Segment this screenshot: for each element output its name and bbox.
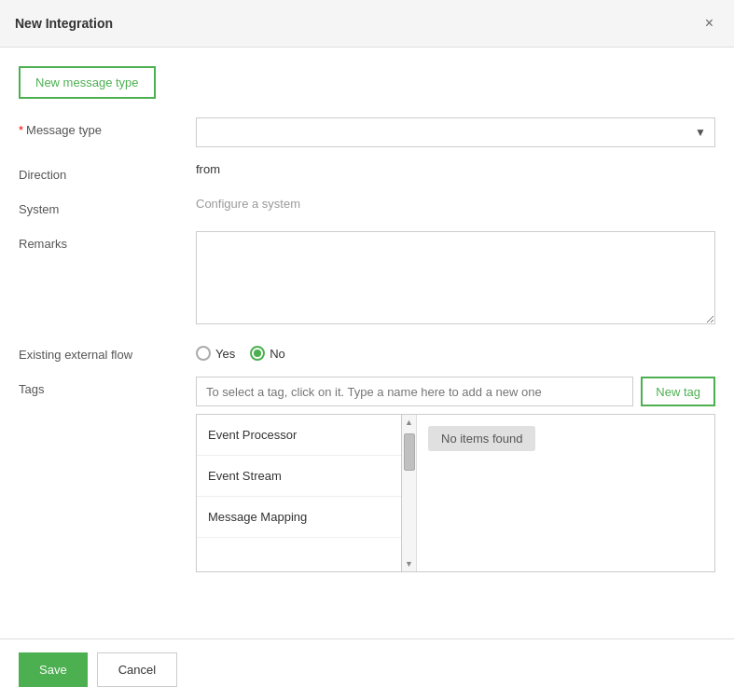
- save-button[interactable]: Save: [19, 652, 88, 687]
- message-type-row: *Message type ▼: [19, 117, 715, 147]
- list-item[interactable]: Event Processor: [197, 415, 401, 456]
- new-tag-button[interactable]: New tag: [641, 377, 715, 406]
- message-type-select-wrapper: ▼: [196, 117, 715, 147]
- message-type-control: ▼: [196, 117, 715, 147]
- scrollbar-track[interactable]: ▲ ▼: [402, 415, 417, 571]
- remarks-row: Remarks: [19, 231, 715, 327]
- system-value: Configure a system: [196, 197, 715, 211]
- system-row: System Configure a system: [19, 197, 715, 216]
- radio-yes-input[interactable]: [196, 346, 211, 361]
- scrollbar-thumb-area: [402, 430, 416, 556]
- remarks-control: [196, 231, 715, 327]
- direction-row: Direction from: [19, 162, 715, 182]
- dialog-footer: Save Cancel: [0, 638, 734, 700]
- scroll-up-arrow[interactable]: ▲: [402, 415, 417, 430]
- required-star: *: [19, 123, 23, 137]
- tags-list-right: No items found: [417, 415, 714, 571]
- message-type-select[interactable]: [196, 117, 715, 147]
- dialog-body: New message type *Message type ▼ Directi…: [0, 48, 734, 638]
- close-button[interactable]: ×: [699, 13, 719, 34]
- tags-list-left: Event Processor Event Stream Message Map…: [197, 415, 402, 571]
- tags-control: New tag Event Processor Event Stream Mes…: [196, 377, 715, 572]
- radio-yes-text: Yes: [215, 347, 235, 361]
- dialog-title: New Integration: [15, 16, 113, 31]
- tags-row: Tags New tag Event Processor Event Strea…: [19, 377, 715, 572]
- radio-yes-label[interactable]: Yes: [196, 346, 235, 361]
- direction-label: Direction: [19, 162, 196, 182]
- new-integration-dialog: New Integration × New message type *Mess…: [0, 0, 734, 700]
- scrollbar-thumb[interactable]: [404, 433, 415, 471]
- existing-flow-control: Yes No: [196, 342, 715, 361]
- remarks-textarea[interactable]: [196, 231, 715, 324]
- tags-search-input[interactable]: [196, 377, 633, 406]
- system-label: System: [19, 197, 196, 216]
- radio-no-label[interactable]: No: [250, 346, 285, 361]
- tags-list-container: Event Processor Event Stream Message Map…: [196, 414, 715, 572]
- list-item[interactable]: Message Mapping: [197, 497, 401, 538]
- radio-no-input[interactable]: [250, 346, 265, 361]
- message-type-label: *Message type: [19, 117, 196, 137]
- remarks-label: Remarks: [19, 231, 196, 251]
- dialog-header: New Integration ×: [0, 0, 734, 48]
- scroll-down-arrow[interactable]: ▼: [402, 556, 417, 571]
- radio-no-text: No: [270, 347, 285, 361]
- existing-flow-label: Existing external flow: [19, 342, 196, 362]
- no-items-badge: No items found: [428, 426, 535, 451]
- cancel-button[interactable]: Cancel: [97, 652, 177, 687]
- existing-flow-row: Existing external flow Yes No: [19, 342, 715, 362]
- tags-label: Tags: [19, 377, 196, 396]
- system-text: Configure a system: [196, 191, 300, 211]
- direction-text: from: [196, 157, 220, 176]
- radio-group: Yes No: [196, 342, 715, 361]
- tags-input-row: New tag: [196, 377, 715, 406]
- new-message-type-button[interactable]: New message type: [19, 66, 156, 99]
- list-item[interactable]: Event Stream: [197, 456, 401, 497]
- direction-value: from: [196, 162, 715, 176]
